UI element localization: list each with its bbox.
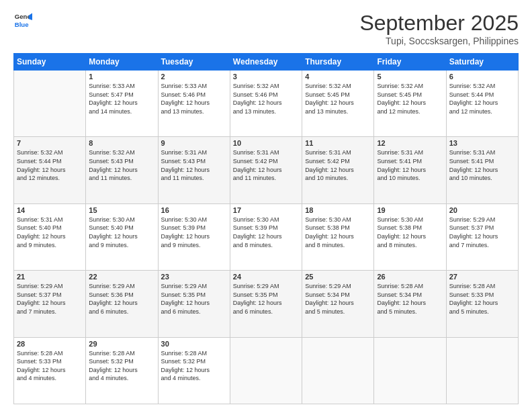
table-row: 8Sunrise: 5:32 AMSunset: 5:43 PMDaylight… xyxy=(86,137,158,203)
table-row: 16Sunrise: 5:30 AMSunset: 5:39 PMDayligh… xyxy=(158,203,230,270)
day-info: Sunrise: 5:28 AMSunset: 5:32 PMDaylight:… xyxy=(89,349,154,383)
day-number: 24 xyxy=(233,273,299,281)
month-title: September 2025 xyxy=(359,11,519,36)
day-number: 21 xyxy=(17,273,83,281)
day-info: Sunrise: 5:31 AMSunset: 5:43 PMDaylight:… xyxy=(161,148,227,182)
table-row: 29Sunrise: 5:28 AMSunset: 5:32 PMDayligh… xyxy=(86,337,158,404)
table-row: 1Sunrise: 5:33 AMSunset: 5:47 PMDaylight… xyxy=(86,71,158,137)
day-info: Sunrise: 5:28 AMSunset: 5:32 PMDaylight:… xyxy=(161,349,227,383)
day-info: Sunrise: 5:32 AMSunset: 5:43 PMDaylight:… xyxy=(89,148,154,182)
day-number: 2 xyxy=(161,73,227,81)
table-row: 7Sunrise: 5:32 AMSunset: 5:44 PMDaylight… xyxy=(14,137,86,203)
day-number: 10 xyxy=(233,139,299,147)
table-row: 17Sunrise: 5:30 AMSunset: 5:39 PMDayligh… xyxy=(230,203,302,270)
header-monday: Monday xyxy=(86,54,158,71)
day-number: 3 xyxy=(233,73,299,81)
day-info: Sunrise: 5:28 AMSunset: 5:34 PMDaylight:… xyxy=(377,282,443,316)
subtitle: Tupi, Soccsksargen, Philippines xyxy=(359,36,519,46)
day-info: Sunrise: 5:32 AMSunset: 5:44 PMDaylight:… xyxy=(17,148,83,182)
table-row: 30Sunrise: 5:28 AMSunset: 5:32 PMDayligh… xyxy=(158,337,230,404)
header: General Blue September 2025 Tupi, Soccsk… xyxy=(13,11,519,46)
day-number: 7 xyxy=(17,139,83,147)
table-row: 24Sunrise: 5:29 AMSunset: 5:35 PMDayligh… xyxy=(230,271,302,337)
table-row xyxy=(446,337,518,404)
table-row: 25Sunrise: 5:29 AMSunset: 5:34 PMDayligh… xyxy=(302,271,374,337)
day-number: 4 xyxy=(305,73,371,81)
day-number: 11 xyxy=(305,139,371,147)
table-row: 15Sunrise: 5:30 AMSunset: 5:40 PMDayligh… xyxy=(86,203,158,270)
day-info: Sunrise: 5:33 AMSunset: 5:46 PMDaylight:… xyxy=(161,82,227,116)
day-info: Sunrise: 5:29 AMSunset: 5:37 PMDaylight:… xyxy=(449,216,515,249)
day-info: Sunrise: 5:33 AMSunset: 5:47 PMDaylight:… xyxy=(89,82,154,116)
table-row: 4Sunrise: 5:32 AMSunset: 5:45 PMDaylight… xyxy=(302,71,374,137)
day-info: Sunrise: 5:31 AMSunset: 5:41 PMDaylight:… xyxy=(449,148,515,182)
day-info: Sunrise: 5:30 AMSunset: 5:39 PMDaylight:… xyxy=(161,216,227,249)
table-row: 12Sunrise: 5:31 AMSunset: 5:41 PMDayligh… xyxy=(374,137,446,203)
day-info: Sunrise: 5:31 AMSunset: 5:41 PMDaylight:… xyxy=(377,148,443,182)
day-number: 16 xyxy=(161,206,227,214)
day-number: 5 xyxy=(377,73,443,81)
header-tuesday: Tuesday xyxy=(158,54,230,71)
day-number: 6 xyxy=(449,73,515,81)
calendar: Sunday Monday Tuesday Wednesday Thursday… xyxy=(13,53,519,404)
page: General Blue September 2025 Tupi, Soccsk… xyxy=(0,0,532,411)
table-row: 14Sunrise: 5:31 AMSunset: 5:40 PMDayligh… xyxy=(14,203,86,270)
table-row: 18Sunrise: 5:30 AMSunset: 5:38 PMDayligh… xyxy=(302,203,374,270)
calendar-header-row: Sunday Monday Tuesday Wednesday Thursday… xyxy=(14,54,519,71)
calendar-week-row: 21Sunrise: 5:29 AMSunset: 5:37 PMDayligh… xyxy=(14,271,519,337)
day-number: 28 xyxy=(17,340,83,348)
day-number: 18 xyxy=(305,206,371,214)
table-row xyxy=(374,337,446,404)
header-saturday: Saturday xyxy=(446,54,518,71)
day-number: 29 xyxy=(89,340,154,348)
header-friday: Friday xyxy=(374,54,446,71)
day-number: 9 xyxy=(161,139,227,147)
table-row: 23Sunrise: 5:29 AMSunset: 5:35 PMDayligh… xyxy=(158,271,230,337)
table-row: 26Sunrise: 5:28 AMSunset: 5:34 PMDayligh… xyxy=(374,271,446,337)
day-info: Sunrise: 5:28 AMSunset: 5:33 PMDaylight:… xyxy=(449,282,515,316)
day-number: 12 xyxy=(377,139,443,147)
calendar-week-row: 14Sunrise: 5:31 AMSunset: 5:40 PMDayligh… xyxy=(14,203,519,270)
day-info: Sunrise: 5:32 AMSunset: 5:46 PMDaylight:… xyxy=(233,82,299,116)
table-row: 13Sunrise: 5:31 AMSunset: 5:41 PMDayligh… xyxy=(446,137,518,203)
table-row xyxy=(302,337,374,404)
day-info: Sunrise: 5:29 AMSunset: 5:35 PMDaylight:… xyxy=(233,282,299,316)
day-number: 15 xyxy=(89,206,154,214)
header-wednesday: Wednesday xyxy=(230,54,302,71)
table-row: 20Sunrise: 5:29 AMSunset: 5:37 PMDayligh… xyxy=(446,203,518,270)
table-row: 6Sunrise: 5:32 AMSunset: 5:44 PMDaylight… xyxy=(446,71,518,137)
day-number: 14 xyxy=(17,206,83,214)
day-info: Sunrise: 5:32 AMSunset: 5:45 PMDaylight:… xyxy=(305,82,371,116)
table-row: 22Sunrise: 5:29 AMSunset: 5:36 PMDayligh… xyxy=(86,271,158,337)
day-info: Sunrise: 5:32 AMSunset: 5:44 PMDaylight:… xyxy=(449,82,515,116)
day-info: Sunrise: 5:29 AMSunset: 5:36 PMDaylight:… xyxy=(89,282,154,316)
svg-text:Blue: Blue xyxy=(15,21,29,28)
day-number: 17 xyxy=(233,206,299,214)
day-number: 27 xyxy=(449,273,515,281)
day-info: Sunrise: 5:30 AMSunset: 5:40 PMDaylight:… xyxy=(89,216,154,249)
day-info: Sunrise: 5:30 AMSunset: 5:39 PMDaylight:… xyxy=(233,216,299,249)
table-row: 19Sunrise: 5:30 AMSunset: 5:38 PMDayligh… xyxy=(374,203,446,270)
day-info: Sunrise: 5:30 AMSunset: 5:38 PMDaylight:… xyxy=(305,216,371,249)
table-row: 28Sunrise: 5:28 AMSunset: 5:33 PMDayligh… xyxy=(14,337,86,404)
calendar-week-row: 1Sunrise: 5:33 AMSunset: 5:47 PMDaylight… xyxy=(14,71,519,137)
table-row: 9Sunrise: 5:31 AMSunset: 5:43 PMDaylight… xyxy=(158,137,230,203)
day-info: Sunrise: 5:28 AMSunset: 5:33 PMDaylight:… xyxy=(17,349,83,383)
day-number: 26 xyxy=(377,273,443,281)
day-number: 8 xyxy=(89,139,154,147)
day-info: Sunrise: 5:31 AMSunset: 5:42 PMDaylight:… xyxy=(305,148,371,182)
calendar-week-row: 7Sunrise: 5:32 AMSunset: 5:44 PMDaylight… xyxy=(14,137,519,203)
day-info: Sunrise: 5:31 AMSunset: 5:42 PMDaylight:… xyxy=(233,148,299,182)
day-number: 1 xyxy=(89,73,154,81)
day-info: Sunrise: 5:29 AMSunset: 5:37 PMDaylight:… xyxy=(17,282,83,316)
table-row xyxy=(230,337,302,404)
table-row xyxy=(14,71,86,137)
day-number: 30 xyxy=(161,340,227,348)
day-number: 13 xyxy=(449,139,515,147)
day-info: Sunrise: 5:30 AMSunset: 5:38 PMDaylight:… xyxy=(377,216,443,249)
day-number: 23 xyxy=(161,273,227,281)
day-info: Sunrise: 5:29 AMSunset: 5:34 PMDaylight:… xyxy=(305,282,371,316)
table-row: 10Sunrise: 5:31 AMSunset: 5:42 PMDayligh… xyxy=(230,137,302,203)
table-row: 2Sunrise: 5:33 AMSunset: 5:46 PMDaylight… xyxy=(158,71,230,137)
day-number: 20 xyxy=(449,206,515,214)
